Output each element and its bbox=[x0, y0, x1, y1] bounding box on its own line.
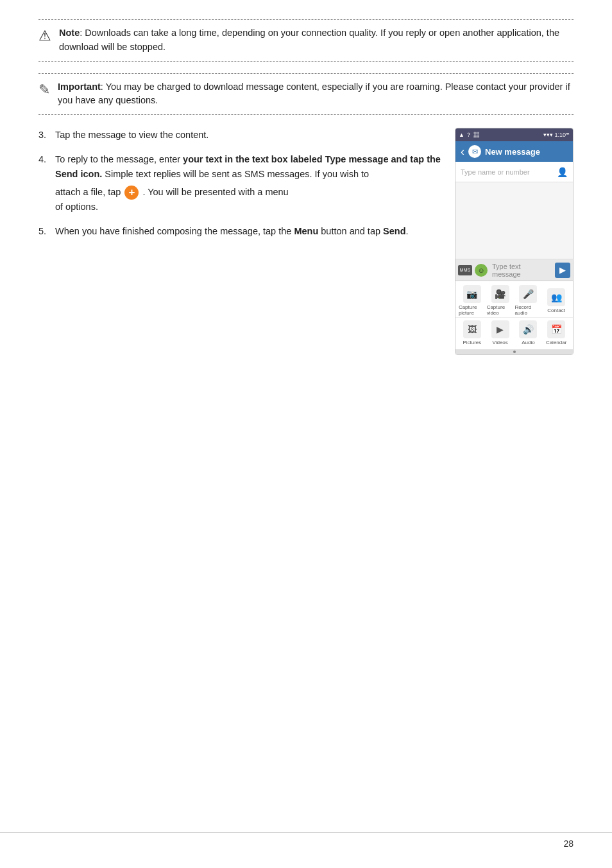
capture-picture-label: Capture picture bbox=[459, 304, 486, 316]
pictures-button[interactable]: 🖼 Pictures bbox=[459, 320, 486, 345]
title-bar: ‹ ✉ New message bbox=[455, 141, 573, 162]
audio-button[interactable]: 🔊 Audio bbox=[514, 320, 541, 345]
status-left: ▲ ？ ▦ bbox=[459, 131, 479, 139]
step-4: To reply to the message, enter your text… bbox=[38, 152, 442, 214]
pictures-icon: 🖼 bbox=[463, 320, 481, 338]
note-body: : Downloads can take a long time, depend… bbox=[59, 28, 559, 52]
type-text-message-input[interactable]: Type text message bbox=[490, 263, 552, 278]
page-bottom-rule bbox=[0, 832, 612, 833]
action-row-1: 📷 Capture picture 🎥 Capture video 🎤 Reco… bbox=[455, 281, 573, 318]
mms-icon[interactable]: MMS bbox=[458, 265, 472, 275]
note-icon: ⚠ bbox=[38, 28, 51, 44]
attach-line: attach a file, tap + . You will be prese… bbox=[55, 185, 442, 199]
important-text: Important: You may be charged to downloa… bbox=[58, 80, 574, 108]
capture-video-label: Capture video bbox=[487, 304, 514, 316]
mic-icon: 🎤 bbox=[519, 285, 537, 303]
bottom-dot bbox=[513, 351, 516, 353]
pictures-label: Pictures bbox=[463, 340, 481, 345]
calendar-icon: 📅 bbox=[547, 320, 565, 338]
bottom-indicator bbox=[455, 349, 573, 354]
note-text: Note: Downloads can take a long time, de… bbox=[59, 26, 574, 55]
step-4-content: To reply to the message, enter your text… bbox=[55, 152, 442, 214]
step-3: Tap the message to view the content. bbox=[38, 128, 442, 142]
message-app-icon: ✉ bbox=[468, 145, 481, 158]
status-left-icons: ▲ ？ ▦ bbox=[459, 131, 479, 139]
capture-picture-button[interactable]: 📷 Capture picture bbox=[459, 285, 486, 316]
to-field-placeholder[interactable]: Type name or number bbox=[461, 168, 553, 176]
phone-screenshot: ▲ ？ ▦ ▾▾▾ 1:10ᵐ ‹ ✉ New message Type nam… bbox=[455, 128, 574, 355]
attach-options: of options. bbox=[55, 202, 98, 212]
to-field[interactable]: Type name or number 👤 bbox=[455, 162, 573, 182]
important-label: Important bbox=[58, 82, 101, 92]
step-5: When you have finished composing the mes… bbox=[38, 224, 442, 238]
action-row-2: 🖼 Pictures ▶ Videos 🔊 Audio 📅 Calendar bbox=[455, 318, 573, 349]
step-4-bold: your text in the text box labeled Type m… bbox=[55, 154, 441, 178]
contact-button[interactable]: 👥 Contact bbox=[543, 288, 570, 313]
step-5-menu: Menu bbox=[294, 226, 318, 236]
plus-circle-icon: + bbox=[124, 186, 139, 200]
audio-label: Audio bbox=[522, 340, 534, 345]
message-area[interactable] bbox=[455, 182, 573, 259]
status-bar: ▲ ？ ▦ ▾▾▾ 1:10ᵐ bbox=[455, 128, 573, 141]
steps-section: Tap the message to view the content. To … bbox=[38, 128, 455, 249]
record-audio-button[interactable]: 🎤 Record audio bbox=[514, 285, 541, 316]
important-box: ✎ Important: You may be charged to downl… bbox=[38, 73, 574, 116]
time-display: 1:10ᵐ bbox=[554, 132, 570, 138]
status-right: ▾▾▾ 1:10ᵐ bbox=[543, 132, 570, 138]
audio-icon: 🔊 bbox=[519, 320, 537, 338]
video-icon: 🎥 bbox=[491, 285, 509, 303]
calendar-label: Calendar bbox=[546, 340, 566, 345]
record-audio-label: Record audio bbox=[514, 304, 541, 316]
calendar-button[interactable]: 📅 Calendar bbox=[543, 320, 570, 345]
capture-video-button[interactable]: 🎥 Capture video bbox=[487, 285, 514, 316]
videos-label: Videos bbox=[492, 340, 507, 345]
contact-label: Contact bbox=[547, 308, 565, 313]
step-5-content: When you have finished composing the mes… bbox=[55, 224, 442, 238]
important-icon: ✎ bbox=[38, 82, 50, 98]
camera-icon: 📷 bbox=[463, 285, 481, 303]
steps-list: Tap the message to view the content. To … bbox=[38, 128, 442, 239]
signal-icon: ▾▾▾ bbox=[543, 132, 553, 138]
smiley-icon[interactable]: ☺ bbox=[475, 264, 488, 277]
contact-icon: 👥 bbox=[547, 288, 565, 306]
step-5-send: Send bbox=[383, 226, 405, 236]
attach-prefix: attach a file, tap bbox=[55, 185, 121, 199]
videos-icon: ▶ bbox=[491, 320, 509, 338]
page-number: 28 bbox=[563, 838, 574, 849]
note-box: ⚠ Note: Downloads can take a long time, … bbox=[38, 19, 574, 62]
attach-suffix: . You will be presented with a menu bbox=[142, 185, 288, 199]
note-label: Note bbox=[59, 28, 80, 38]
steps-and-phone: Tap the message to view the content. To … bbox=[38, 128, 574, 355]
important-body: : You may be charged to download message… bbox=[58, 82, 570, 106]
compose-bar: MMS ☺ Type text message ▶ bbox=[455, 259, 573, 281]
to-field-contact-icon[interactable]: 👤 bbox=[557, 167, 568, 177]
videos-button[interactable]: ▶ Videos bbox=[487, 320, 514, 345]
send-button[interactable]: ▶ bbox=[555, 263, 570, 278]
title-bar-text: New message bbox=[485, 147, 540, 157]
step-3-text: Tap the message to view the content. bbox=[55, 128, 442, 142]
back-button[interactable]: ‹ bbox=[461, 145, 464, 159]
